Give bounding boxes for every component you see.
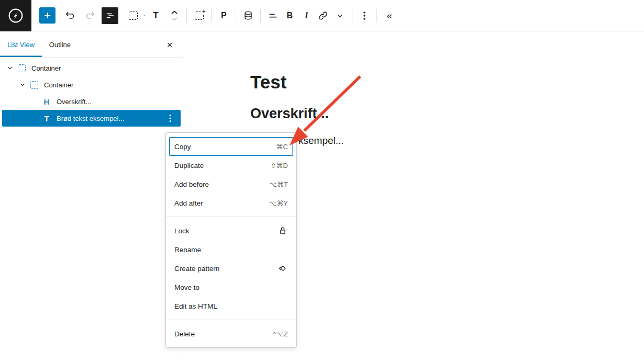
list-view-sidebar: List View Outline × Container (0, 32, 183, 362)
toolbar-separator (260, 9, 261, 22)
link-button[interactable] (315, 7, 331, 24)
collapse-toolbar-button[interactable]: « (381, 7, 397, 24)
menu-item-label: Duplicate (174, 162, 204, 169)
tab-outline[interactable]: Outline (42, 32, 78, 57)
menu-group-block-tools: Lock Rename Create pattern (166, 217, 296, 320)
pattern-icon (276, 263, 288, 274)
container-block-icon (28, 81, 40, 89)
align-text-icon (267, 10, 279, 21)
kebab-menu-icon (359, 10, 370, 21)
tree-row-label: Container (31, 64, 61, 72)
tree-row-label: Overskrift... (57, 98, 91, 106)
tab-list-view[interactable]: List View (0, 32, 42, 57)
row-options-kebab-button[interactable] (163, 111, 177, 126)
menu-item-copy[interactable]: Copy ⌘C (169, 137, 293, 156)
text-align-button[interactable] (264, 7, 281, 24)
chevron-down-icon (335, 10, 345, 21)
lock-icon (277, 225, 288, 236)
tree-row-headline[interactable]: H Overskrift... (0, 93, 183, 110)
close-sidebar-button[interactable]: × (162, 37, 177, 53)
breadcrumb-dot: · (143, 11, 146, 20)
shortcut-label: ^⌥Z (273, 330, 288, 338)
italic-icon: I (305, 11, 307, 20)
toolbar-separator (352, 9, 352, 22)
block-editor-app: + (0, 0, 644, 362)
menu-group-clipboard: Copy ⌘C Duplicate ⇧⌘D Add before ⌥⌘T Add… (166, 133, 296, 217)
undo-icon (64, 10, 76, 21)
menu-item-label: Add after (174, 199, 203, 207)
menu-item-label: Copy (174, 143, 191, 151)
shortcut-label: ⇧⌘D (271, 162, 288, 169)
italic-button[interactable]: I (298, 7, 315, 24)
menu-item-label: Lock (174, 227, 190, 235)
site-logo-button[interactable] (0, 0, 31, 31)
redo-button[interactable] (82, 7, 98, 24)
menu-item-edit-as-html[interactable]: Edit as HTML (169, 297, 293, 315)
chevron-down-icon[interactable] (17, 81, 28, 88)
kebab-menu-icon (165, 113, 175, 123)
block-options-kebab-button[interactable] (356, 7, 373, 24)
tree-row-label: Brød tekst eksempel... (57, 115, 124, 122)
container-block-icon (129, 11, 138, 20)
toolbar-separator (376, 9, 377, 22)
text-block-partially-covered[interactable]: ksempel... (298, 135, 344, 146)
toolbar-separator (211, 9, 212, 22)
block-inserter-button[interactable]: + (39, 7, 55, 24)
menu-item-label: Create pattern (174, 265, 219, 273)
bold-button[interactable]: B (281, 7, 298, 24)
container-block-breadcrumb-button[interactable] (125, 7, 141, 24)
link-icon (317, 10, 329, 21)
menu-item-delete[interactable]: Delete ^⌥Z (169, 324, 293, 343)
headline-block-icon: H (41, 97, 52, 106)
more-formatting-button[interactable] (331, 7, 348, 24)
paragraph-type-button[interactable]: P (215, 7, 232, 24)
shortcut-label: ⌥⌘T (269, 180, 288, 188)
add-container-button[interactable]: + (191, 7, 207, 24)
menu-item-label: Edit as HTML (174, 302, 217, 310)
block-tree: Container Container H Overskrift... (0, 58, 183, 127)
undo-button[interactable] (62, 7, 79, 24)
menu-item-create-pattern[interactable]: Create pattern (169, 259, 293, 278)
container-block-icon (16, 64, 27, 72)
menu-item-lock[interactable]: Lock (169, 221, 293, 240)
toolbar-separator (236, 9, 236, 22)
menu-item-add-before[interactable]: Add before ⌥⌘T (169, 175, 293, 194)
tree-row-container-inner[interactable]: Container (0, 76, 183, 93)
shortcut-label: ⌘C (276, 143, 288, 151)
bold-icon: B (287, 11, 293, 20)
list-view-icon (104, 10, 116, 21)
redo-icon (84, 10, 96, 21)
menu-item-move-to[interactable]: Move to (169, 278, 293, 297)
headline-block[interactable]: Overskrift... (250, 106, 329, 122)
add-container-icon: + (195, 11, 204, 20)
menu-item-rename[interactable]: Rename (169, 240, 293, 259)
menu-item-duplicate[interactable]: Duplicate ⇧⌘D (169, 156, 293, 175)
block-options-menu: Copy ⌘C Duplicate ⇧⌘D Add before ⌥⌘T Add… (165, 132, 297, 348)
dynamic-data-button[interactable] (240, 7, 257, 24)
move-up-down-icon (169, 9, 180, 22)
lightning-logo-icon (6, 6, 25, 25)
menu-item-label: Move to (174, 284, 199, 291)
paragraph-icon: P (221, 11, 227, 20)
toolbar-separator (186, 9, 187, 22)
sidebar-tabs: List View Outline × (0, 32, 183, 58)
menu-item-label: Add before (174, 180, 209, 188)
database-stack-icon (242, 10, 254, 21)
text-block-icon: T (41, 114, 52, 123)
tree-row-container-outer[interactable]: Container (0, 60, 183, 76)
menu-group-delete: Delete ^⌥Z (166, 320, 296, 347)
tree-row-text-selected[interactable]: T Brød tekst eksempel... (2, 110, 181, 127)
text-block-breadcrumb-button[interactable]: T (147, 7, 164, 24)
menu-item-add-after[interactable]: Add after ⌥⌘Y (169, 194, 293, 212)
chevron-down-icon[interactable] (4, 64, 16, 72)
menu-item-label: Delete (174, 330, 195, 338)
double-chevron-left-icon: « (387, 10, 392, 21)
list-view-toggle-button[interactable] (102, 7, 118, 24)
menu-item-label: Rename (174, 246, 201, 254)
shortcut-label: ⌥⌘Y (269, 199, 288, 207)
editor-toolbar: + (0, 0, 644, 31)
block-mover-button[interactable] (166, 7, 183, 24)
text-block-icon: T (153, 10, 158, 21)
tree-row-label: Container (44, 81, 73, 89)
post-title[interactable]: Test (250, 72, 286, 93)
